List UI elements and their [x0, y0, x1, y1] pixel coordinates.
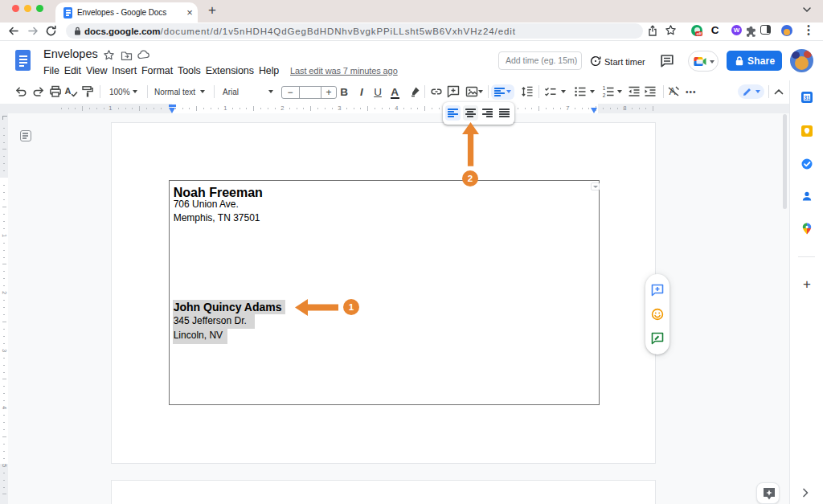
quick-add-comment-icon[interactable] [651, 284, 664, 297]
return-name[interactable]: John Quincy Adams [174, 300, 282, 314]
underline-button[interactable]: U [371, 85, 384, 99]
collapse-toolbar-icon[interactable] [772, 84, 786, 99]
browser-profile-avatar[interactable] [781, 25, 792, 36]
line-spacing-icon[interactable] [520, 84, 534, 99]
document-outline-icon[interactable] [20, 130, 31, 141]
increase-indent-icon[interactable] [643, 84, 657, 99]
align-center-option[interactable] [463, 105, 478, 121]
browser-menu-icon[interactable]: ••• [805, 24, 812, 37]
table-menu-button[interactable] [591, 182, 600, 191]
maps-icon[interactable] [801, 223, 813, 234]
scrollbar-thumb[interactable] [783, 114, 787, 209]
font-size-input[interactable] [299, 87, 321, 98]
start-timer-icon[interactable] [590, 55, 601, 67]
document-title[interactable]: Envelopes [43, 47, 98, 60]
font-size-increase-button[interactable]: + [321, 87, 337, 98]
tab-close-icon[interactable]: × [183, 6, 196, 19]
last-edit-link[interactable]: Last edit was 7 minutes ago [290, 64, 398, 77]
align-justify-option[interactable] [497, 105, 512, 121]
return-street[interactable]: 345 Jefferson Dr. [174, 314, 247, 328]
new-tab-button[interactable]: + [205, 2, 219, 19]
wordtune-extension-icon[interactable]: W [731, 25, 742, 35]
return-city[interactable]: Lincoln, NV [174, 329, 223, 342]
insert-link-icon[interactable] [429, 84, 444, 99]
spell-check-icon[interactable]: A [64, 84, 79, 99]
more-options-button[interactable]: ••• [686, 87, 697, 97]
meet-button[interactable] [688, 51, 719, 72]
align-right-option[interactable] [480, 105, 495, 121]
vertical-ruler[interactable]: 12345 [0, 113, 8, 504]
calendar-icon[interactable]: 31 [801, 92, 813, 103]
add-comment-icon[interactable] [446, 84, 461, 99]
star-doc-icon[interactable] [103, 49, 115, 61]
close-side-panel-icon[interactable] [802, 488, 809, 498]
menu-help[interactable]: Help [259, 64, 279, 77]
get-addons-button[interactable]: + [799, 277, 815, 292]
align-left-option[interactable] [445, 105, 461, 121]
bookmark-star-icon[interactable] [665, 24, 677, 36]
paragraph-style-select[interactable]: Normal text [154, 87, 195, 97]
italic-button[interactable]: I [355, 85, 368, 99]
zoom-select[interactable]: 100% [109, 87, 130, 97]
menu-extensions[interactable]: Extensions [206, 64, 254, 77]
meet-dropdown-caret[interactable] [710, 60, 714, 64]
redo-icon[interactable] [31, 84, 46, 99]
add-time-input[interactable] [498, 51, 582, 70]
clear-formatting-icon[interactable]: A [666, 84, 681, 99]
first-line-indent-marker[interactable] [169, 104, 176, 107]
recipient-street[interactable]: 706 Union Ave. [174, 198, 239, 211]
forward-icon[interactable] [27, 24, 40, 38]
menu-format[interactable]: Format [141, 64, 173, 77]
window-zoom-button[interactable] [36, 5, 43, 12]
cloud-saved-icon[interactable] [137, 50, 150, 60]
font-select[interactable]: Arial [223, 87, 239, 97]
reload-icon[interactable] [44, 24, 58, 38]
back-icon[interactable] [6, 24, 20, 38]
undo-icon[interactable] [14, 84, 28, 99]
highlight-color-icon[interactable] [408, 84, 423, 99]
menu-tools[interactable]: Tools [178, 64, 201, 77]
horizontal-ruler[interactable]: 112345678 [0, 104, 789, 113]
share-button[interactable]: Share [727, 51, 782, 71]
keep-icon[interactable] [801, 125, 813, 137]
extensions-puzzle-icon[interactable] [745, 25, 757, 37]
quick-suggest-icon[interactable] [651, 332, 664, 345]
decrease-indent-icon[interactable] [627, 84, 641, 99]
move-folder-icon[interactable] [121, 50, 133, 62]
font-size-decrease-button[interactable]: − [282, 87, 298, 98]
numbered-list-icon[interactable]: 12 [601, 84, 616, 99]
explore-button[interactable] [756, 482, 780, 504]
browser-tab[interactable]: Envelopes - Google Docs × [55, 2, 198, 23]
print-icon[interactable] [48, 84, 63, 99]
share-page-icon[interactable] [648, 25, 657, 36]
quick-emoji-icon[interactable] [651, 308, 664, 321]
clockify-extension-icon[interactable]: C [709, 24, 721, 36]
account-avatar[interactable] [790, 49, 813, 72]
insert-image-icon[interactable] [465, 84, 479, 99]
menu-insert[interactable]: Insert [112, 64, 137, 77]
window-close-button[interactable] [12, 5, 19, 12]
side-panel-icon[interactable] [760, 25, 771, 35]
menu-file[interactable]: File [43, 64, 59, 77]
proxy-extension-icon[interactable]: off [691, 25, 702, 36]
document-page-1[interactable]: Noah Freeman 706 Union Ave. Memphis, TN … [111, 122, 656, 464]
recipient-city[interactable]: Memphis, TN 37501 [174, 211, 260, 225]
open-comments-icon[interactable] [660, 54, 674, 68]
lock-icon[interactable] [74, 27, 81, 35]
tab-search-chevron-icon[interactable] [803, 7, 811, 12]
docs-logo[interactable] [15, 50, 31, 71]
bulleted-list-icon[interactable] [573, 84, 588, 99]
window-minimize-button[interactable] [24, 5, 31, 12]
start-timer-button[interactable]: Start timer [604, 56, 645, 68]
menu-view[interactable]: View [86, 64, 107, 77]
bold-button[interactable]: B [338, 85, 350, 99]
tasks-icon[interactable] [801, 158, 813, 170]
editing-mode-button[interactable] [738, 84, 764, 99]
document-page-2[interactable] [111, 480, 656, 504]
menu-edit[interactable]: Edit [64, 64, 81, 77]
left-indent-marker[interactable] [169, 108, 175, 113]
checklist-icon[interactable] [543, 84, 558, 99]
paint-format-icon[interactable] [80, 84, 95, 99]
align-button[interactable] [491, 84, 514, 100]
contacts-icon[interactable] [801, 191, 813, 202]
